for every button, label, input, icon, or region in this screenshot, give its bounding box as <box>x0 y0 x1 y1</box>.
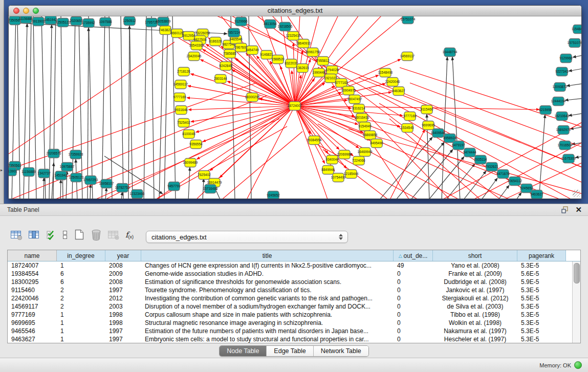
table-cell[interactable]: 6 <box>57 278 105 286</box>
graph-node[interactable]: 2020657 <box>70 17 83 26</box>
table-cell[interactable]: 0 <box>394 336 433 343</box>
graph-node[interactable]: 10904975 <box>341 86 356 95</box>
graph-node[interactable]: 23420046 <box>187 52 202 61</box>
graph-node[interactable]: 1990448 <box>312 69 325 77</box>
graph-node[interactable]: 8316214 <box>352 104 365 113</box>
table-row[interactable]: 2242004622012Investigating the contribut… <box>8 294 580 302</box>
table-cell[interactable]: 2008 <box>105 278 141 286</box>
graph-node[interactable]: 18640910 <box>296 39 311 48</box>
table-cell[interactable]: 9777169 <box>8 311 57 318</box>
table-cell[interactable]: Genome-wide association studies in ADHD. <box>141 270 394 277</box>
table-cell[interactable]: 5.3E-5 <box>517 287 566 294</box>
graph-node[interactable]: 16958107 <box>99 180 114 188</box>
table-cell[interactable]: 2 <box>57 287 105 294</box>
table-cell[interactable]: 5.5E-5 <box>517 295 566 302</box>
vertical-scrollbar[interactable] <box>572 261 580 343</box>
table-cell[interactable]: Structural magnetic resonance image aver… <box>141 319 394 326</box>
table-cell[interactable]: 9699695 <box>8 319 57 326</box>
table-cell[interactable]: Wolkin et al. (1998) <box>433 319 517 326</box>
table-cell[interactable]: de Silva et al. (2003) <box>433 303 517 310</box>
graph-node[interactable]: 12093872 <box>553 83 568 92</box>
graph-node[interactable]: 16210643 <box>555 112 570 121</box>
graph-node[interactable]: 14569117 <box>173 80 188 89</box>
close-panel-icon[interactable]: ✕ <box>575 206 582 214</box>
graph-node[interactable]: 22069988 <box>337 150 352 159</box>
table-cell[interactable]: Estimation of significance thresholds fo… <box>141 278 394 286</box>
table-cell[interactable]: 22420046 <box>8 295 57 302</box>
memory-indicator[interactable]: Memory: OK <box>539 358 582 372</box>
table-cell[interactable]: 18300295 <box>8 278 57 286</box>
table-row[interactable]: 1938455462009Genome-wide association stu… <box>8 270 580 278</box>
graph-node[interactable]: 16961758 <box>306 48 320 57</box>
table-row[interactable]: 1830029562008Estimation of significance … <box>8 278 580 286</box>
scrollbar-thumb[interactable] <box>574 263 580 283</box>
graph-node[interactable]: 7955812 <box>316 57 330 65</box>
column-header-name[interactable]: name <box>8 250 57 261</box>
column-header-in-degree[interactable]: in_degree <box>57 250 105 261</box>
zoom-window-button[interactable] <box>33 8 39 14</box>
graph-node[interactable]: 9463627 <box>392 87 405 96</box>
column-header-year[interactable]: year <box>105 250 141 261</box>
table-cell[interactable]: Disruption of a novel member of a sodium… <box>141 303 394 310</box>
graph-node[interactable]: 17359928 <box>69 150 83 159</box>
graph-node[interactable]: 11156889 <box>19 16 33 24</box>
graph-node[interactable]: 7525402 <box>177 119 190 127</box>
graph-node[interactable]: 9129966 <box>559 54 573 63</box>
table-cell[interactable]: 1 <box>57 311 105 318</box>
table-cell[interactable]: 1997 <box>105 287 141 294</box>
table-cell[interactable]: 1 <box>57 336 105 343</box>
close-window-button[interactable] <box>13 8 19 14</box>
graph-node[interactable]: 9777169 <box>403 112 417 121</box>
graph-node[interactable]: 16053809 <box>156 17 171 26</box>
graph-node[interactable]: 18724007 <box>288 102 302 111</box>
graph-node[interactable]: 8215956 <box>539 106 552 115</box>
graph-node[interactable]: 9474444 <box>463 148 476 157</box>
table-row[interactable]: 946362711997Embryonic stem cells: a mode… <box>8 335 580 343</box>
table-row[interactable]: 1456911722003Disruption of a novel membe… <box>8 302 580 311</box>
graph-node[interactable]: 9115460 <box>421 105 433 114</box>
table-cell[interactable]: 9115460 <box>8 287 57 294</box>
graph-node[interactable]: 15751074 <box>401 16 416 24</box>
table-cell[interactable]: 5.3E-5 <box>517 311 566 318</box>
table-cell[interactable]: 2009 <box>105 270 141 277</box>
graph-node[interactable]: 6479197 <box>452 141 465 150</box>
panel-expander-icon[interactable]: ▸ <box>1 168 3 172</box>
graph-node[interactable]: 2803144 <box>214 75 227 83</box>
table-cell[interactable]: Jankovic et al. (1997) <box>433 287 517 294</box>
graph-node[interactable]: 11548498 <box>378 69 393 77</box>
graph-node[interactable]: 2935114 <box>474 156 487 164</box>
tab-edge-table[interactable]: Edge Table <box>267 346 313 356</box>
table-cell[interactable]: Tibbo et al. (1998) <box>433 311 517 318</box>
graph-node[interactable]: 8186328 <box>209 37 222 46</box>
graph-node[interactable]: 1534545 <box>401 124 414 133</box>
graph-node[interactable]: 9154949 <box>358 122 372 131</box>
table-cell[interactable]: 2 <box>57 295 105 302</box>
graph-node[interactable]: 11548498 <box>572 25 581 34</box>
table-cell[interactable]: 0 <box>394 311 433 318</box>
column-header-short[interactable]: short <box>433 250 517 261</box>
table-cell[interactable]: 5.3E-5 <box>517 303 566 310</box>
graph-node[interactable]: 12323466 <box>130 190 145 199</box>
graph-node[interactable]: 8471676 <box>496 170 510 179</box>
delete-table-icon[interactable] <box>91 229 102 240</box>
graph-node[interactable]: 8495490 <box>370 139 383 148</box>
graph-node[interactable]: 7625402 <box>198 171 211 180</box>
table-cell[interactable]: 1998 <box>105 311 141 318</box>
table-cell[interactable]: 0 <box>394 278 433 286</box>
graph-node[interactable]: 8100045 <box>182 130 195 139</box>
column-header-title[interactable]: title <box>141 250 394 261</box>
graph-node[interactable]: 1342737 <box>37 169 51 178</box>
column-header-pagerank[interactable]: pagerank <box>517 250 566 261</box>
float-panel-icon[interactable] <box>561 206 569 214</box>
graph-node[interactable]: 8849944 <box>321 166 335 174</box>
column-header-out-de-[interactable]: △out_de... <box>394 250 433 261</box>
graph-node[interactable]: 16099489 <box>183 159 198 167</box>
graph-node[interactable]: 10654112 <box>508 177 522 186</box>
table-cell[interactable]: 0 <box>394 327 433 335</box>
table-row[interactable]: 969969511998Structural magnetic resonanc… <box>8 319 580 327</box>
table-cell[interactable]: Estimation of the future numbers of pati… <box>141 327 394 335</box>
table-cell[interactable]: Corpus callosum shape and size in male p… <box>141 311 394 318</box>
table-cell[interactable]: 1 <box>57 319 105 326</box>
graph-node[interactable]: 18300295 <box>245 93 260 102</box>
graph-node[interactable]: 1735992 <box>82 19 95 28</box>
